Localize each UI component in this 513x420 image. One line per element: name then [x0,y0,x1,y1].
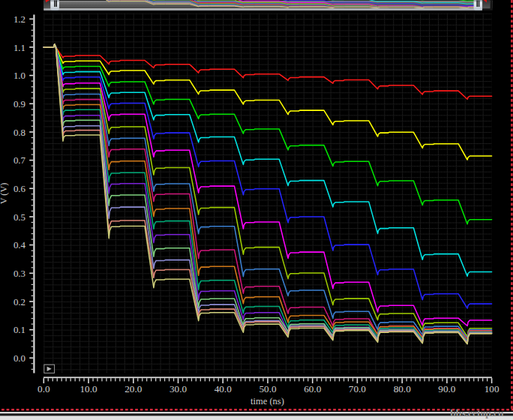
svg-text:0.0: 0.0 [38,383,50,394]
svg-text:0.5: 0.5 [14,212,26,223]
svg-text:40.0: 40.0 [214,383,232,394]
svg-text:0.8: 0.8 [14,128,26,138]
svg-text:0.9: 0.9 [14,99,26,110]
svg-text:V (V): V (V) [0,183,9,205]
svg-text:0.6: 0.6 [14,184,26,194]
svg-text:100: 100 [484,383,500,394]
svg-text:1.0: 1.0 [14,70,26,81]
svg-text:10.0: 10.0 [80,383,97,394]
svg-text:70.0: 70.0 [349,383,366,394]
svg-text:0.4: 0.4 [14,240,26,250]
svg-text:0.1: 0.1 [14,325,26,335]
svg-text:60.0: 60.0 [304,383,321,394]
svg-text:1.1: 1.1 [14,43,26,53]
svg-text:time (ns): time (ns) [250,396,284,406]
svg-text:30.0: 30.0 [170,383,187,394]
svg-text:90.0: 90.0 [438,383,455,394]
svg-text:0.7: 0.7 [14,155,26,166]
svg-text:0.2: 0.2 [14,297,26,308]
svg-text:80.0: 80.0 [394,383,411,394]
svg-text:50.0: 50.0 [259,383,276,394]
svg-text:1.2: 1.2 [14,14,26,25]
svg-text:0.0: 0.0 [14,353,26,364]
svg-text:bbs.eetop.cn: bbs.eetop.cn [450,407,504,418]
svg-text:20.0: 20.0 [124,383,142,394]
svg-text:0.3: 0.3 [14,268,26,279]
